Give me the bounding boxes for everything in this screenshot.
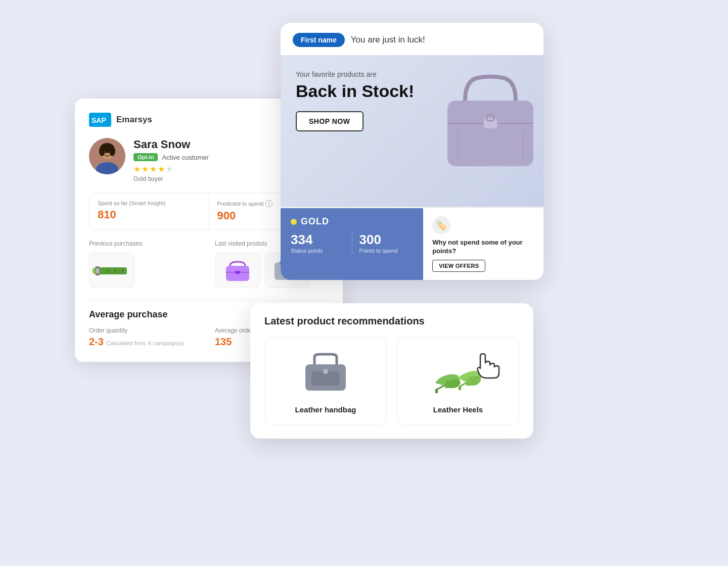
handbag-image [298,348,353,398]
reco-title: Latest product recommendations [264,315,519,327]
active-customer-label: Active customer [162,154,208,161]
svg-text:SAP: SAP [92,116,106,124]
order-qty-value: 2-3 Calculated from: 6 campaign(s) [89,336,203,348]
svg-rect-14 [107,269,109,273]
offer-text: Why not spend some of your points? [432,239,534,256]
hero-bag-image [437,60,543,183]
previous-product-1 [89,252,134,288]
gold-panel: GOLD 334 Status points 300 Points to spe… [281,208,423,280]
spent-label: Spent so far (Smart Insight) [98,200,201,206]
points-to-spend-block: 300 Points to spend [359,232,414,254]
svg-line-31 [436,386,444,390]
hand-cursor-icon [465,344,506,384]
last-visited-1 [215,252,260,288]
svg-point-8 [104,151,106,153]
svg-point-6 [99,146,105,156]
star-2: ★ [142,164,149,174]
status-points-block: 334 Status points [291,232,352,254]
offer-icon: 🏷️ [432,216,450,234]
email-subject: You are just in luck! [351,35,425,45]
svg-rect-15 [114,269,116,273]
heels-name: Leather Heels [433,405,483,414]
order-qty-label: Order quantity [89,327,203,334]
firstname-tag: First name [293,33,345,47]
star-5: ★ [166,164,173,174]
star-3: ★ [150,164,157,174]
points-to-spend-label: Points to spend [359,248,414,254]
avatar [89,138,125,174]
svg-rect-24 [484,118,497,128]
previous-product-thumbs [89,252,203,288]
loyalty-section: GOLD 334 Status points 300 Points to spe… [281,207,543,280]
reco-item-handbag: Leather handbag [264,337,387,424]
view-offers-button[interactable]: VIEW OFFERS [432,260,485,272]
predict-info-icon[interactable]: i [265,200,272,207]
svg-rect-19 [235,271,240,274]
handbag-name: Leather handbag [295,405,356,414]
svg-point-7 [109,146,115,156]
gold-label-row: GOLD [291,216,413,227]
star-1: ★ [133,164,141,174]
svg-rect-34 [459,386,461,390]
gold-tier-label: GOLD [301,216,329,227]
previous-purchases-label: Previous purchases [89,240,203,247]
shop-now-button[interactable]: SHOP NOW [296,111,363,131]
svg-point-30 [323,369,328,374]
gold-dot-icon [291,219,297,225]
spent-value: 810 [98,208,201,221]
status-points-value: 334 [291,232,345,248]
order-qty-block: Order quantity 2-3 Calculated from: 6 ca… [89,327,203,348]
status-points-label: Status points [291,248,345,254]
previous-purchases: Previous purchases [89,240,203,288]
email-preview-card: First name You are just in luck! Your fa… [281,23,543,280]
opt-in-badge: Opt-in [133,153,158,161]
order-qty-sub: Calculated from: 6 campaign(s) [106,340,184,346]
points-row: 334 Status points 300 Points to spend [291,232,413,254]
spent-stat: Spent so far (Smart Insight) 810 [89,193,209,229]
svg-rect-22 [447,101,533,166]
svg-point-9 [109,151,111,153]
email-hero: Your favorite products are Back in Stock… [281,55,543,207]
email-header: First name You are just in luck! [281,23,543,55]
sap-logo-icon: SAP [89,113,111,127]
svg-rect-32 [435,389,438,393]
star-4: ★ [158,164,165,174]
sap-brand-name: Emarsys [116,115,152,125]
svg-rect-16 [122,269,124,273]
points-to-spend-value: 300 [359,232,414,248]
offers-panel: 🏷️ Why not spend some of your points? VI… [423,208,543,280]
svg-rect-13 [96,268,99,273]
